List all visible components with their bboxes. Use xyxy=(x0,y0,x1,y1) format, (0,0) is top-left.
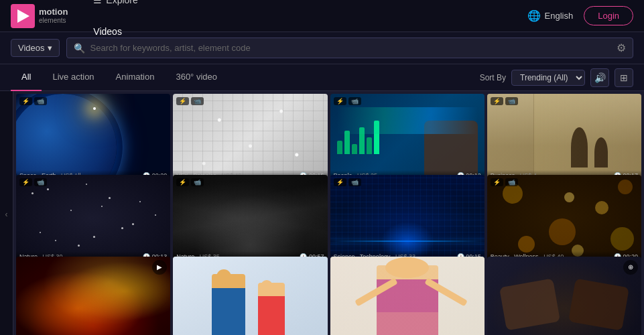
video-grid: ⚡ 📹 Space · Earth US$ All 🕐 00:20 ⚡ 📹 VF… xyxy=(13,91,644,335)
video-card[interactable]: ⚡ 📹 Nature US$ 35 🕐 00:57 xyxy=(173,175,327,262)
video-card[interactable] xyxy=(330,257,485,335)
sort-by-label: Sort By xyxy=(480,73,506,82)
badge-camera: 📹 xyxy=(34,97,47,105)
logo[interactable]: motion elements xyxy=(11,4,68,28)
header: motion elements ☰ Explore Videos 🌐 Engli… xyxy=(0,0,644,32)
language-selector[interactable]: 🌐 English xyxy=(527,9,574,22)
search-settings-icon[interactable]: ⚙ xyxy=(617,42,626,54)
nav-explore[interactable]: ☰ Explore xyxy=(84,0,147,16)
video-card[interactable]: ⚡ 📹 People US$ 25 🕐 00:12 xyxy=(330,94,485,181)
search-input[interactable] xyxy=(90,43,617,53)
video-card[interactable]: ⚡ 📹 Business US$ 4 🕐 00:17 xyxy=(487,94,641,181)
login-button[interactable]: Login xyxy=(584,6,633,25)
video-card[interactable]: ⚡ 📹 Space · Earth US$ All 🕐 00:20 xyxy=(16,94,170,181)
video-card[interactable]: ⚡ 📹 Science · Technology US$ 33 🕐 00:15 xyxy=(330,175,485,262)
badge-camera: 📹 xyxy=(505,97,518,105)
hamburger-icon: ☰ xyxy=(93,0,102,5)
sidebar-collapse-button[interactable]: ‹ xyxy=(0,91,13,335)
video-card[interactable]: ⚡ 📹 Nature US$ 30 🕐 00:13 xyxy=(16,175,170,262)
search-icon: 🔍 xyxy=(74,43,85,54)
sort-dropdown[interactable]: Trending (All) Newest Most Popular xyxy=(511,70,585,86)
search-type-dropdown[interactable]: Videos ▾ xyxy=(11,39,60,57)
filter-bar: All Live action Animation 360° video Sor… xyxy=(0,64,644,91)
audio-icon: 🔊 xyxy=(594,72,606,83)
content-area: ‹ ⚡ 📹 Space · Earth US$ All 🕐 00:20 xyxy=(0,91,644,335)
tab-live-action[interactable]: Live action xyxy=(42,64,105,91)
badge-lightning: ⚡ xyxy=(19,178,32,186)
chevron-down-icon: ▾ xyxy=(48,43,52,53)
badge-lightning: ⚡ xyxy=(19,97,32,105)
logo-subtitle: elements xyxy=(39,17,68,25)
video-card[interactable]: ⚡ 📹 Beauty · Wellness US$ 40 🕐 00:20 xyxy=(487,175,641,262)
tab-360-video[interactable]: 360° video xyxy=(165,64,228,91)
video-grid-area: ⚡ 📹 Space · Earth US$ All 🕐 00:20 ⚡ 📹 VF… xyxy=(13,91,644,335)
video-card[interactable]: ▶ xyxy=(16,257,170,335)
badge-lightning: ⚡ xyxy=(176,97,189,105)
tab-all[interactable]: All xyxy=(11,64,42,91)
badge-camera: 📹 xyxy=(348,97,361,105)
badge-camera: 📹 xyxy=(34,178,47,186)
badge-camera: 📹 xyxy=(191,97,204,105)
badge-lightning: ⚡ xyxy=(334,178,346,186)
video-card[interactable]: ⊕ xyxy=(487,257,641,335)
badge-lightning: ⚡ xyxy=(176,178,189,186)
badge-camera: 📹 xyxy=(191,178,204,186)
badge-lightning: ⚡ xyxy=(491,97,503,105)
filter-tabs: All Live action Animation 360° video xyxy=(11,64,480,91)
sort-area: Sort By Trending (All) Newest Most Popul… xyxy=(480,68,633,87)
globe-icon: 🌐 xyxy=(527,9,541,22)
search-input-wrap: 🔍 ⚙ xyxy=(66,38,633,58)
tab-animation[interactable]: Animation xyxy=(105,64,166,91)
chevron-left-icon: ‹ xyxy=(5,210,8,219)
grid-icon: ⊞ xyxy=(620,72,628,83)
badge-lightning: ⚡ xyxy=(334,97,346,105)
video-card[interactable] xyxy=(173,257,327,335)
video-card[interactable]: ⚡ 📹 VFX · Particles US$ 40 🕐 00:15 xyxy=(173,94,327,181)
badge-camera: 📹 xyxy=(348,178,361,186)
badge-camera: 📹 xyxy=(505,178,518,186)
audio-toggle[interactable]: 🔊 xyxy=(590,68,609,87)
badge-lightning: ⚡ xyxy=(491,178,503,186)
grid-view-toggle[interactable]: ⊞ xyxy=(615,68,633,87)
header-right: 🌐 English Login xyxy=(527,6,633,25)
logo-name: motion xyxy=(39,7,68,17)
search-bar: Videos ▾ 🔍 ⚙ xyxy=(0,32,644,64)
